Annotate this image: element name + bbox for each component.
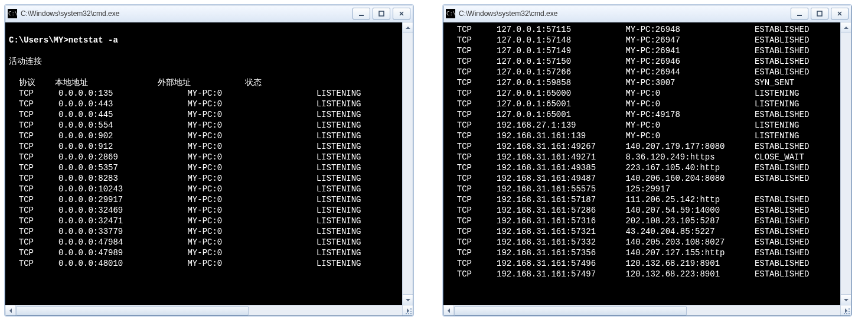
- table-row: TCP 0.0.0.0:32469 MY-PC:0 LISTENING: [9, 205, 399, 216]
- column-headers: 协议 本地地址 外部地址 状态: [9, 77, 399, 88]
- table-row: TCP 192.168.31.161:49271 8.36.120.249:ht…: [447, 152, 837, 162]
- scroll-thumb[interactable]: [16, 306, 249, 315]
- vertical-scrollbar[interactable]: [840, 22, 851, 305]
- svg-rect-1: [379, 11, 384, 16]
- scroll-up-button[interactable]: [403, 22, 413, 33]
- scroll-down-button[interactable]: [403, 294, 413, 305]
- horizontal-scrollbar[interactable]: [443, 305, 851, 315]
- table-row: TCP 0.0.0.0:33779 MY-PC:0 LISTENING: [9, 226, 399, 237]
- table-row: TCP 192.168.31.161:57356 140.207.127.155…: [447, 248, 837, 258]
- table-row: TCP 127.0.0.1:65000 MY-PC:0 LISTENING: [447, 88, 837, 99]
- titlebar[interactable]: C:\Windows\system32\cmd.exe: [443, 5, 851, 22]
- table-row: TCP 127.0.0.1:57150 MY-PC:26946 ESTABLIS…: [447, 56, 837, 67]
- table-row: TCP 0.0.0.0:135 MY-PC:0 LISTENING: [9, 88, 399, 99]
- app-icon: [446, 9, 455, 18]
- table-row: TCP 0.0.0.0:47989 MY-PC:0 LISTENING: [9, 248, 399, 258]
- table-row: TCP 0.0.0.0:912 MY-PC:0 LISTENING: [9, 141, 399, 152]
- table-row: TCP 192.168.27.1:139 MY-PC:0 LISTENING: [447, 120, 837, 131]
- resize-grip-icon[interactable]: [843, 307, 850, 314]
- minimize-button[interactable]: [791, 8, 808, 19]
- vertical-scrollbar[interactable]: [402, 22, 413, 305]
- scroll-track[interactable]: [454, 305, 840, 315]
- table-row: TCP 192.168.31.161:57286 140.207.54.59:1…: [447, 205, 837, 216]
- table-row: TCP 127.0.0.1:65001 MY-PC:0 LISTENING: [447, 99, 837, 109]
- scroll-left-button[interactable]: [5, 305, 16, 315]
- table-row: TCP 192.168.31.161:139 MY-PC:0 LISTENING: [447, 131, 837, 141]
- table-row: TCP 0.0.0.0:47984 MY-PC:0 LISTENING: [9, 237, 399, 248]
- terminal-client: C:\Users\MY>netstat -a 活动连接 协议 本地地址 外部地址…: [5, 22, 413, 305]
- svg-rect-4: [797, 15, 802, 16]
- table-row: TCP 192.168.31.161:57332 140.205.203.108…: [447, 237, 837, 248]
- titlebar[interactable]: C:\Windows\system32\cmd.exe: [5, 5, 413, 22]
- app-icon: [8, 9, 17, 18]
- scroll-down-button[interactable]: [841, 294, 851, 305]
- table-row: TCP 0.0.0.0:32471 MY-PC:0 LISTENING: [9, 216, 399, 226]
- close-button[interactable]: [831, 8, 849, 19]
- scroll-up-button[interactable]: [841, 22, 851, 33]
- table-row: TCP 0.0.0.0:8283 MY-PC:0 LISTENING: [9, 173, 399, 184]
- table-row: TCP 0.0.0.0:2869 MY-PC:0 LISTENING: [9, 152, 399, 162]
- scroll-thumb[interactable]: [454, 306, 687, 315]
- table-row: TCP 0.0.0.0:445 MY-PC:0 LISTENING: [9, 109, 399, 120]
- table-row: TCP 127.0.0.1:57148 MY-PC:26947 ESTABLIS…: [447, 35, 837, 45]
- table-row: TCP 192.168.31.161:49267 140.207.179.177…: [447, 141, 837, 152]
- table-row: TCP 192.168.31.161:57316 202.108.23.105:…: [447, 216, 837, 226]
- table-row: TCP 0.0.0.0:443 MY-PC:0 LISTENING: [9, 99, 399, 109]
- table-row: TCP 0.0.0.0:902 MY-PC:0 LISTENING: [9, 131, 399, 141]
- scroll-track[interactable]: [16, 305, 402, 315]
- cmd-window-0: C:\Windows\system32\cmd.exe C:\Users\MY>…: [5, 5, 413, 316]
- close-button[interactable]: [393, 8, 410, 19]
- table-row: TCP 192.168.31.161:57496 120.132.68.219:…: [447, 258, 837, 269]
- maximize-button[interactable]: [811, 8, 828, 19]
- resize-grip-icon[interactable]: [404, 307, 412, 314]
- table-row: TCP 192.168.31.161:55575 125:29917: [447, 184, 837, 194]
- terminal-output[interactable]: C:\Users\MY>netstat -a 活动连接 协议 本地地址 外部地址…: [5, 22, 403, 305]
- section-title: 活动连接: [9, 56, 399, 67]
- table-row: TCP 192.168.31.161:57187 111.206.25.142:…: [447, 194, 837, 205]
- minimize-button[interactable]: [353, 8, 370, 19]
- table-row: TCP 127.0.0.1:59858 MY-PC:3007 SYN_SENT: [447, 77, 837, 88]
- table-row: TCP 192.168.31.161:49487 140.206.160.204…: [447, 173, 837, 184]
- table-row: TCP 0.0.0.0:554 MY-PC:0 LISTENING: [9, 120, 399, 131]
- prompt-line: C:\Users\MY>netstat -a: [9, 35, 399, 45]
- table-row: TCP 127.0.0.1:57266 MY-PC:26944 ESTABLIS…: [447, 67, 837, 77]
- table-row: TCP 0.0.0.0:48010 MY-PC:0 LISTENING: [9, 258, 399, 269]
- scroll-left-button[interactable]: [443, 305, 454, 315]
- table-row: TCP 0.0.0.0:29917 MY-PC:0 LISTENING: [9, 194, 399, 205]
- table-row: TCP 0.0.0.0:5357 MY-PC:0 LISTENING: [9, 162, 399, 173]
- cmd-window-1: C:\Windows\system32\cmd.exe TCP 127.0.0.…: [443, 5, 851, 316]
- table-row: TCP 192.168.31.161:57321 43.240.204.85:5…: [447, 226, 837, 237]
- terminal-output[interactable]: TCP 127.0.0.1:57115 MY-PC:26948 ESTABLIS…: [443, 22, 841, 305]
- window-title: C:\Windows\system32\cmd.exe: [459, 9, 791, 18]
- svg-rect-0: [359, 15, 364, 16]
- window-title: C:\Windows\system32\cmd.exe: [21, 9, 353, 18]
- table-row: TCP 0.0.0.0:10243 MY-PC:0 LISTENING: [9, 184, 399, 194]
- table-row: TCP 127.0.0.1:57115 MY-PC:26948 ESTABLIS…: [447, 24, 837, 35]
- table-row: TCP 192.168.31.161:57497 120.132.68.223:…: [447, 269, 837, 279]
- table-row: TCP 192.168.31.161:49385 223.167.105.40:…: [447, 162, 837, 173]
- svg-rect-5: [817, 11, 822, 16]
- table-row: TCP 127.0.0.1:57149 MY-PC:26941 ESTABLIS…: [447, 45, 837, 56]
- table-row: TCP 127.0.0.1:65001 MY-PC:49178 ESTABLIS…: [447, 109, 837, 120]
- horizontal-scrollbar[interactable]: [5, 305, 413, 315]
- terminal-client: TCP 127.0.0.1:57115 MY-PC:26948 ESTABLIS…: [443, 22, 851, 305]
- maximize-button[interactable]: [373, 8, 390, 19]
